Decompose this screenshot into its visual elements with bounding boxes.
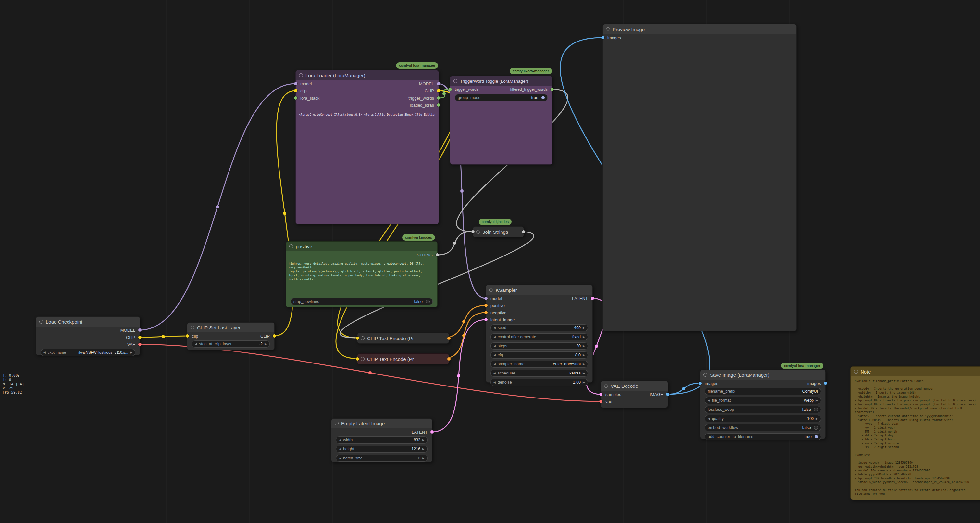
node-load-checkpoint[interactable]: Load Checkpoint MODEL CLIP VAE ckpt_name… bbox=[36, 317, 140, 355]
output-slot-conditioning[interactable] bbox=[447, 357, 450, 361]
input-slot-clip[interactable] bbox=[186, 334, 189, 338]
output-slot-model[interactable] bbox=[437, 82, 440, 85]
node-preview-image[interactable]: Preview Image images bbox=[603, 24, 797, 331]
node-header[interactable]: Lora Loader (LoraManager) bbox=[296, 70, 439, 80]
node-save-image[interactable]: Save Image (LoraManager) images images f… bbox=[700, 369, 826, 439]
node-join-strings[interactable]: Join Strings bbox=[473, 226, 524, 237]
node-header[interactable]: Note bbox=[851, 367, 980, 376]
output-slot-image[interactable] bbox=[666, 393, 669, 396]
decrement-arrow-icon[interactable] bbox=[493, 336, 496, 339]
input-slot-samples[interactable] bbox=[599, 393, 603, 396]
increment-arrow-icon[interactable] bbox=[583, 354, 585, 357]
positive-prompt-text[interactable]: highres, very detailed, amazing quality,… bbox=[289, 262, 435, 281]
increment-arrow-icon[interactable] bbox=[583, 326, 585, 330]
control-after-generate-widget[interactable]: control after generate fixed bbox=[490, 333, 588, 341]
stop-at-clip-layer-widget[interactable]: stop_at_clip_layer -2 bbox=[192, 341, 270, 347]
collapse-toggle-icon[interactable] bbox=[489, 288, 493, 292]
input-slot-positive[interactable] bbox=[484, 304, 488, 307]
link-midpoint-dot[interactable] bbox=[682, 387, 685, 390]
embed-workflow-toggle[interactable]: embed_workflow false bbox=[705, 424, 821, 431]
node-header[interactable]: Preview Image bbox=[603, 24, 796, 34]
collapse-toggle-icon[interactable] bbox=[361, 357, 364, 361]
increment-arrow-icon[interactable] bbox=[583, 336, 585, 339]
denoise-widget[interactable]: denoise 1.00 bbox=[490, 379, 588, 386]
node-vae-decode[interactable]: VAE Decode samples IMAGE vae bbox=[601, 381, 668, 408]
output-slot-latent[interactable] bbox=[591, 297, 594, 300]
collapse-toggle-icon[interactable] bbox=[289, 244, 293, 248]
increment-arrow-icon[interactable] bbox=[816, 417, 818, 420]
decrement-arrow-icon[interactable] bbox=[708, 417, 710, 420]
input-slot-images[interactable] bbox=[601, 36, 605, 39]
batch-size-widget[interactable]: batch_size 3 bbox=[336, 455, 428, 462]
input-slot-trigger-words[interactable] bbox=[449, 88, 452, 91]
input-slot-negative[interactable] bbox=[484, 311, 488, 314]
increment-arrow-icon[interactable] bbox=[422, 457, 425, 460]
output-slot-string[interactable] bbox=[436, 253, 439, 257]
output-slot-trigger-words[interactable] bbox=[437, 96, 440, 100]
output-slot-images[interactable] bbox=[824, 382, 827, 385]
collapse-toggle-icon[interactable] bbox=[39, 320, 43, 323]
decrement-arrow-icon[interactable] bbox=[493, 326, 496, 330]
node-empty-latent-image[interactable]: Empty Latent Image LATENT width 832 heig… bbox=[331, 418, 433, 462]
lora-syntax-text[interactable]: <lora:CreateConcept_Illustrious:0.8> <lo… bbox=[299, 113, 435, 116]
node-header[interactable]: Load Checkpoint bbox=[36, 317, 140, 326]
input-slot-clip[interactable] bbox=[356, 357, 359, 361]
collapse-toggle-icon[interactable] bbox=[453, 79, 457, 83]
node-header[interactable]: KSampler bbox=[486, 285, 592, 295]
collapse-toggle-icon[interactable] bbox=[703, 373, 707, 377]
node-positive-prompt[interactable]: positive STRING highres, very detailed, … bbox=[286, 241, 438, 307]
decrement-arrow-icon[interactable] bbox=[339, 448, 341, 451]
collapse-toggle-icon[interactable] bbox=[335, 422, 339, 425]
link-midpoint-dot[interactable] bbox=[462, 334, 466, 337]
output-slot-conditioning[interactable] bbox=[447, 336, 450, 340]
output-slot-clip[interactable] bbox=[437, 89, 440, 92]
link-midpoint-dot[interactable] bbox=[368, 371, 372, 374]
decrement-arrow-icon[interactable] bbox=[43, 351, 46, 354]
node-lora-loader[interactable]: Lora Loader (LoraManager) model MODEL cl… bbox=[295, 70, 439, 224]
decrement-arrow-icon[interactable] bbox=[493, 354, 496, 357]
increment-arrow-icon[interactable] bbox=[583, 381, 585, 384]
node-triggerword-toggle[interactable]: TriggerWord Toggle (LoraManager) trigger… bbox=[450, 76, 552, 165]
decrement-arrow-icon[interactable] bbox=[493, 363, 496, 366]
output-slot-filtered-trigger-words[interactable] bbox=[550, 88, 554, 91]
output-slot-latent[interactable] bbox=[430, 430, 434, 434]
node-graph-canvas[interactable]: T: 0.00s i: 0 N: 14 [14] V: 29 FPS:59.82… bbox=[0, 0, 980, 523]
node-clip-text-encode-negative[interactable]: CLIP Text Encode (Pr bbox=[357, 353, 449, 365]
increment-arrow-icon[interactable] bbox=[583, 363, 585, 366]
link-midpoint-dot[interactable] bbox=[457, 374, 460, 377]
link-midpoint-dot[interactable] bbox=[595, 345, 598, 348]
width-widget[interactable]: width 832 bbox=[336, 436, 428, 444]
output-slot-loaded-loras[interactable] bbox=[437, 103, 440, 107]
filename-prefix-widget[interactable]: filename_prefix ComfyUI bbox=[705, 388, 821, 395]
increment-arrow-icon[interactable] bbox=[422, 448, 425, 451]
output-slot-string[interactable] bbox=[522, 230, 525, 233]
decrement-arrow-icon[interactable] bbox=[493, 372, 496, 375]
node-clip-text-encode-positive[interactable]: CLIP Text Encode (Pr bbox=[357, 333, 449, 344]
collapse-toggle-icon[interactable] bbox=[606, 27, 610, 31]
increment-arrow-icon[interactable] bbox=[583, 345, 585, 347]
input-slot-clip[interactable] bbox=[356, 336, 359, 340]
decrement-arrow-icon[interactable] bbox=[339, 439, 341, 442]
node-header[interactable]: Empty Latent Image bbox=[331, 418, 432, 428]
link-midpoint-dot[interactable] bbox=[442, 92, 446, 95]
node-header[interactable]: VAE Decode bbox=[601, 381, 668, 391]
link-midpoint-dot[interactable] bbox=[283, 212, 286, 215]
seed-widget[interactable]: seed 409 bbox=[490, 324, 588, 331]
input-slot-vae[interactable] bbox=[599, 400, 603, 403]
increment-arrow-icon[interactable] bbox=[422, 439, 425, 442]
link-midpoint-dot[interactable] bbox=[460, 189, 463, 193]
collapse-toggle-icon[interactable] bbox=[299, 73, 303, 77]
collapse-toggle-icon[interactable] bbox=[604, 384, 608, 388]
node-note[interactable]: Note Available filename_prefix Pattern C… bbox=[851, 366, 980, 500]
increment-arrow-icon[interactable] bbox=[816, 399, 818, 402]
lossless-webp-toggle[interactable]: lossless_webp false bbox=[705, 406, 821, 413]
output-slot-vae[interactable] bbox=[138, 343, 142, 346]
collapse-toggle-icon[interactable] bbox=[476, 230, 480, 234]
scheduler-widget[interactable]: scheduler karras bbox=[490, 369, 588, 377]
decrement-arrow-icon[interactable] bbox=[493, 345, 496, 347]
quality-widget[interactable]: quality 100 bbox=[705, 415, 821, 422]
collapse-toggle-icon[interactable] bbox=[361, 336, 364, 340]
increment-arrow-icon[interactable] bbox=[130, 351, 132, 354]
increment-arrow-icon[interactable] bbox=[583, 372, 585, 375]
output-slot-clip[interactable] bbox=[138, 336, 142, 339]
